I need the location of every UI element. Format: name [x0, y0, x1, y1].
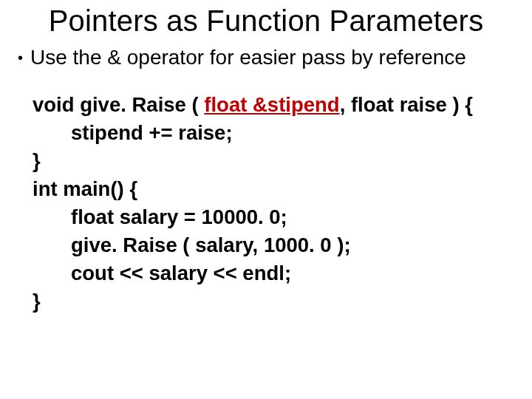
code-line-5: float salary = 10000. 0; [33, 203, 517, 231]
code-line-8: } [33, 287, 517, 316]
slide-title: Pointers as Function Parameters [15, 4, 517, 38]
code-block: void give. Raise ( float &stipend, float… [33, 91, 517, 316]
code-line-3: } [33, 147, 517, 175]
code-line-1: void give. Raise ( float &stipend, float… [33, 91, 517, 119]
code-line-6: give. Raise ( salary, 1000. 0 ); [33, 231, 517, 259]
bullet-item: • Use the & operator for easier pass by … [15, 45, 517, 70]
ref-param: float &stipend [204, 93, 339, 116]
fn-sig-pre: void give. Raise ( [33, 93, 204, 116]
code-line-7: cout << salary << endl; [33, 259, 517, 287]
bullet-text: Use the & operator for easier pass by re… [30, 45, 466, 70]
code-line-2: stipend += raise; [33, 119, 517, 147]
fn-sig-post: , float raise ) { [340, 93, 473, 116]
code-line-4: int main() { [33, 175, 517, 203]
bullet-dot: • [18, 45, 23, 70]
slide: Pointers as Function Parameters • Use th… [0, 0, 532, 399]
